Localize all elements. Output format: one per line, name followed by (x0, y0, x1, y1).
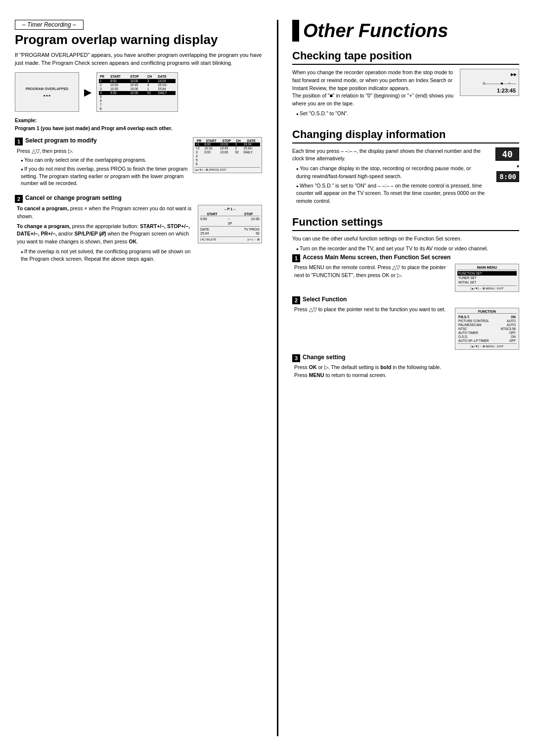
table-row: 4 9:30 10:00 92 DAILY (99, 91, 176, 95)
table-row: 3 10:30 10:00 1 25.84 (99, 87, 176, 91)
section1-bullet: Set "O.S.D." to "ON". (296, 110, 455, 118)
timer-banner: – Timer Recording – (15, 20, 84, 30)
func-step2-title: Select Function (303, 296, 347, 304)
step2-title: Cancel or change program setting (25, 194, 122, 202)
table-row: 3 9:00 10:00 92 DAILY (195, 150, 260, 154)
step1-bullets: You can only select one of the overlappi… (17, 156, 188, 187)
p1-date-label: DATE (200, 228, 209, 231)
p1-tv-label: TV PROG (244, 228, 260, 231)
step2-content: To cancel a program, press × when the Pr… (15, 205, 193, 264)
func-step3: 3 Change setting Press OK or ▷. The defa… (292, 354, 519, 379)
section2-body-text: Each time you press – –:– –, the display… (292, 147, 486, 163)
func-step3-header: 3 Change setting (292, 354, 519, 362)
channel-display: 40 (495, 147, 519, 161)
table-row: PAL/MESECAM AUTO (457, 323, 517, 327)
section1-body: When you change the recorder operation m… (292, 69, 455, 118)
p1-stop-val: 10:90 (251, 217, 260, 221)
p1-footer-right: [+/–] → ⊠ (248, 238, 260, 241)
overlap-screen: PROGRAM OVERLAPPED ■ ■ ■ (15, 72, 79, 112)
col-pr: PR (99, 74, 109, 79)
tape-pos-content: When you change the recorder operation m… (292, 69, 455, 119)
step1-header: 1 Select program to modify (15, 137, 188, 145)
func-step3-title: Change setting (303, 354, 346, 362)
p1-start-label: START (207, 212, 218, 216)
list-item: If you do not mind this overlap, press P… (21, 165, 188, 187)
func-step1-body: Press MENU on the remote control. Press … (292, 264, 450, 280)
step2-bullets: If the overlap is not yet solved, the co… (17, 248, 193, 262)
step2-body: To cancel a program, press × when the Pr… (15, 205, 193, 262)
table-row: +2 10:10 10:45 2 25.84↑ (195, 146, 260, 150)
p1-sp: SP (200, 222, 260, 225)
overlap-screen-decoration: ■ ■ ■ (44, 94, 50, 97)
step2-section: 2 Cancel or change program setting To ca… (15, 194, 262, 264)
list-item: You can only select one of the overlappi… (21, 156, 188, 164)
main-menu-footer: [▲/▼]→ ⊠ MENU : EXIT (457, 285, 517, 290)
seek-bar: 0– – – – – – – –■– – –+– – – (463, 81, 516, 86)
func-step3-number: 3 (292, 354, 300, 362)
step1-press-text: Press △▽, then press ▷. (17, 147, 188, 155)
menu-item-initial-set: INITIAL SET (457, 280, 517, 284)
col-stop: STOP (129, 74, 146, 79)
display-boxes: 40 ♦ 8:00 (495, 147, 519, 182)
col-ch: CH (146, 74, 157, 79)
table-row: PICTURE CONTROL AUTO (457, 319, 517, 323)
func-step3-body-text: Press OK or ▷. The default setting is bo… (294, 364, 519, 379)
p1-title: – P 1 – (200, 207, 260, 211)
list-item: When "O.S.D." is set to "ON" and – –:– –… (296, 182, 486, 205)
table-row: 1 8:00 10:00 3 24.04 (99, 79, 176, 83)
step2-change-text: To change a program, press the appropria… (17, 223, 193, 246)
table-row: P.B.S.T. ON (457, 315, 517, 319)
step1-screen: PR START STOP CH DATE +1 8:00 10 (193, 137, 262, 173)
func-step1-header: 1 Access Main Menu screen, then Function… (292, 254, 519, 262)
section2-body: Each time you press – –:– –, the display… (292, 147, 486, 207)
table-row: AUTO SP–LP TIMER OFF (457, 338, 517, 342)
p1-footer-left: [✕]: DELETE (200, 238, 217, 241)
function-settings-section: Function settings You can use the other … (292, 216, 519, 379)
p1-tv-val: 92 (256, 232, 260, 235)
col-date: DATE (157, 74, 176, 79)
other-functions-title-text: Other Functions (303, 21, 448, 40)
table-row: O.S.D. ON (457, 334, 517, 338)
step1-screen-footer: [▲/▼]→ ⊠ [PROG]: EXIT (195, 167, 260, 171)
time-counter-display: 8:00 (496, 171, 519, 182)
display-separator: ♦ (517, 163, 519, 169)
section1-title: Checking tape position (292, 49, 519, 65)
right-column: Other Functions Checking tape position W… (277, 20, 519, 736)
step2-with-screen: To cancel a program, press × when the Pr… (15, 205, 262, 264)
section3-title: Function settings (292, 216, 519, 231)
p1-stop-label: STOP (244, 212, 253, 216)
fast-forward-icon: ▶▶ (458, 72, 517, 77)
p1-date-val: 25.04 (200, 232, 209, 235)
left-column: – Timer Recording – Program overlap warn… (15, 20, 262, 736)
function-screen: FUNCTION P.B.S.T. ON PICTURE CONTROL AUT… (455, 308, 519, 350)
func-step1-layout: Press MENU on the remote control. Press … (292, 264, 519, 292)
func-step1-content: Press MENU on the remote control. Press … (292, 264, 450, 281)
checking-tape-section: Checking tape position When you change t… (292, 49, 519, 119)
p1-screen: – P 1 – START STOP 9:50 → 10:90 SP (198, 205, 262, 243)
time-display: 1:23:45 (497, 88, 516, 94)
p1-time-row: 9:50 → 10:90 (200, 217, 260, 221)
table-row: 8 (99, 107, 176, 111)
example-label: Example: (15, 118, 262, 123)
table-row: 4 (195, 154, 260, 158)
step2-header: 2 Cancel or change program setting (15, 194, 262, 203)
function-table: P.B.S.T. ON PICTURE CONTROL AUTO PAL/MES… (457, 315, 517, 342)
table-row: 7 (99, 103, 176, 107)
tape-pos-screen: ▶▶ 0– – – – – – – –■– – –+– – – 1:23:45 (460, 69, 519, 96)
p1-date-section: DATE TV PROG 25.04 92 (200, 226, 260, 235)
table-row: AUTO TIMER OFF (457, 331, 517, 334)
arrow-icon: ▶ (84, 86, 91, 98)
intro-text: If "PROGRAM OVERLAPPED" appears, you hav… (15, 51, 262, 67)
step1-title: Select program to modify (25, 137, 97, 145)
table-row: NTSC NTSC3.58 (457, 327, 517, 331)
menu-item-function-set: FUNCTION SET (457, 271, 517, 276)
function-screen-title: FUNCTION (457, 310, 517, 314)
func-step3-body: Press OK or ▷. The default setting is bo… (292, 364, 519, 379)
page-container: – Timer Recording – Program overlap warn… (0, 0, 534, 756)
table-row: 5 (99, 95, 176, 99)
table-row: 6 (99, 99, 176, 103)
overlap-display: PROGRAM OVERLAPPED ■ ■ ■ ▶ PR START STOP… (15, 72, 262, 112)
step2-number: 2 (15, 195, 23, 203)
section3-body-text: You can use the other useful function se… (292, 235, 519, 243)
col-start: START (109, 74, 129, 79)
